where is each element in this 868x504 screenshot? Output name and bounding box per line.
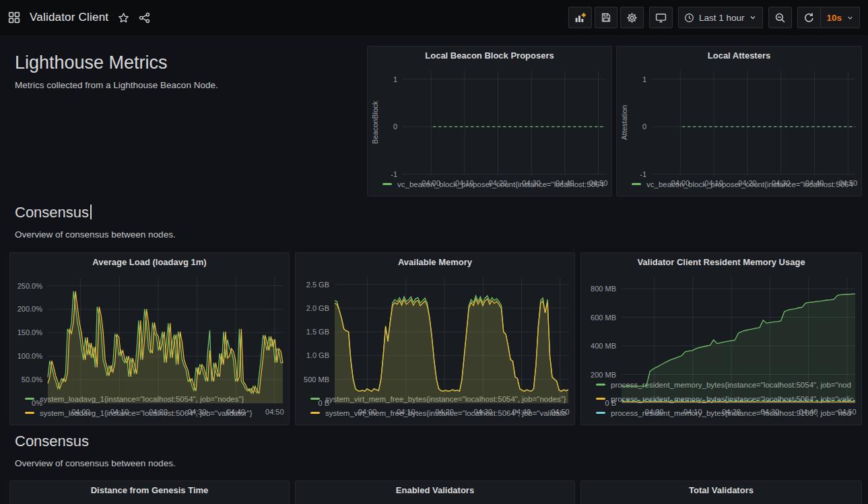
svg-text:0: 0 [642, 122, 646, 131]
svg-text:04:20: 04:20 [722, 408, 741, 416]
svg-text:04:10: 04:10 [455, 179, 474, 187]
svg-text:0: 0 [393, 122, 397, 131]
svg-text:04:20: 04:20 [489, 179, 508, 187]
refresh-interval-dropdown[interactable]: 10s [820, 7, 860, 28]
svg-text:400 MB: 400 MB [591, 342, 616, 350]
svg-text:04:00: 04:00 [422, 179, 440, 187]
svg-text:04:00: 04:00 [645, 408, 664, 416]
svg-text:04:50: 04:50 [265, 408, 284, 416]
chevron-down-icon [749, 13, 757, 22]
svg-text:200.0%: 200.0% [18, 305, 43, 313]
svg-text:04:00: 04:00 [671, 179, 690, 187]
settings-gear-button[interactable] [620, 7, 644, 28]
consensus-subtitle: Overview of consensus between nodes. [15, 458, 176, 468]
svg-text:04:20: 04:20 [738, 179, 757, 187]
tv-kiosk-button[interactable] [649, 7, 673, 28]
svg-text:04:20: 04:20 [149, 408, 168, 416]
svg-text:04:50: 04:50 [839, 179, 858, 187]
svg-text:250.0%: 250.0% [18, 282, 43, 290]
svg-text:04:40: 04:40 [799, 408, 818, 416]
svg-text:04:40: 04:40 [805, 179, 824, 187]
svg-text:04:10: 04:10 [110, 408, 129, 416]
time-series-chart[interactable]: 0 B500 MB1.0 GB1.5 GB2.0 GB2.5 GB04:0004… [296, 271, 574, 391]
svg-text:1.0 GB: 1.0 GB [306, 351, 329, 359]
svg-text:04:30: 04:30 [474, 408, 493, 416]
lighthouse-metrics-subtitle: Metrics collected from a Lighthouse Beac… [15, 80, 352, 90]
top-nav: Validator Client [0, 0, 868, 35]
svg-text:04:40: 04:40 [226, 408, 245, 416]
panel-title[interactable]: Available Memory [296, 253, 574, 271]
svg-text:04:10: 04:10 [683, 408, 702, 416]
consensus-heading: Consensus [15, 433, 89, 450]
time-series-chart[interactable]: 10-104:0004:1004:2004:3004:4004:50Attest… [617, 65, 861, 176]
text-cursor [90, 205, 92, 219]
refresh-interval-label: 10s [826, 13, 842, 23]
svg-text:2.0 GB: 2.0 GB [306, 304, 329, 312]
svg-text:04:30: 04:30 [761, 408, 780, 416]
svg-text:04:30: 04:30 [522, 179, 541, 187]
svg-text:04:00: 04:00 [358, 408, 377, 416]
svg-text:600 MB: 600 MB [591, 314, 616, 322]
panel-title[interactable]: Distance from Genesis Time [10, 481, 289, 499]
panel-average-load: Average Load (loadavg 1m) 0%50.0%100.0%1… [9, 252, 290, 425]
svg-text:1: 1 [642, 75, 646, 83]
svg-text:100.0%: 100.0% [18, 352, 43, 360]
panel-enabled-validators: Enabled Validators [295, 480, 575, 504]
svg-text:1.5 GB: 1.5 GB [306, 328, 329, 336]
panel-resident-memory-usage: Validator Client Resident Memory Usage 0… [580, 252, 862, 425]
star-icon[interactable] [118, 12, 129, 24]
panel-distance-from-genesis-time: Distance from Genesis Time [9, 480, 290, 504]
panel-title[interactable]: Average Load (loadavg 1m) [10, 253, 289, 271]
svg-text:150.0%: 150.0% [18, 328, 43, 336]
svg-text:04:50: 04:50 [551, 408, 570, 416]
svg-text:0 B: 0 B [318, 399, 329, 407]
consensus-section-1: Consensus Overview of consensus between … [15, 204, 176, 240]
lighthouse-metrics-text-panel: Lighthouse Metrics Metrics collected fro… [15, 52, 352, 90]
svg-text:BeaconBlock: BeaconBlock [371, 100, 379, 144]
add-panel-button[interactable] [568, 7, 592, 28]
time-series-chart[interactable]: 0%50.0%100.0%150.0%200.0%250.0%04:0004:1… [10, 271, 289, 391]
svg-text:04:40: 04:40 [512, 408, 531, 416]
consensus-subtitle: Overview of consensus between nodes. [15, 229, 176, 240]
panel-title[interactable]: Enabled Validators [296, 481, 574, 499]
svg-text:04:50: 04:50 [589, 179, 608, 187]
panel-local-attesters: Local Attesters 10-104:0004:1004:2004:30… [616, 46, 862, 196]
svg-text:0 B: 0 B [605, 399, 616, 407]
svg-text:04:00: 04:00 [71, 408, 90, 416]
svg-text:-1: -1 [391, 170, 397, 178]
consensus-section-2: Consensus Overview of consensus between … [15, 433, 176, 468]
svg-text:1: 1 [393, 75, 397, 83]
panel-title[interactable]: Validator Client Resident Memory Usage [581, 253, 861, 271]
panel-title[interactable]: Local Attesters [617, 46, 861, 65]
svg-text:Attestation: Attestation [620, 105, 628, 140]
save-dashboard-button[interactable] [595, 7, 617, 28]
svg-text:04:10: 04:10 [397, 408, 415, 416]
svg-text:04:30: 04:30 [772, 179, 791, 187]
consensus-heading: Consensus [15, 204, 89, 221]
time-range-label: Last 1 hour [699, 13, 745, 23]
panel-local-beacon-block-proposers: Local Beacon Block Proposers 10-104:0004… [367, 46, 612, 196]
share-icon[interactable] [139, 12, 150, 24]
chevron-down-icon [846, 14, 854, 22]
svg-text:04:20: 04:20 [435, 408, 454, 416]
time-series-chart[interactable]: 0 B200 MB400 MB600 MB800 MB04:0004:1004:… [581, 271, 861, 377]
svg-text:-1: -1 [640, 170, 646, 178]
svg-text:200 MB: 200 MB [591, 371, 616, 379]
panel-title[interactable]: Total Validators [581, 481, 861, 499]
panel-available-memory: Available Memory 0 B500 MB1.0 GB1.5 GB2.… [295, 252, 575, 425]
zoom-out-button[interactable] [768, 7, 792, 28]
svg-text:04:30: 04:30 [188, 408, 207, 416]
time-range-picker[interactable]: Last 1 hour [678, 7, 764, 28]
panel-title[interactable]: Local Beacon Block Proposers [368, 46, 611, 65]
svg-text:0%: 0% [32, 399, 42, 407]
svg-text:2.5 GB: 2.5 GB [306, 281, 329, 289]
svg-text:04:10: 04:10 [704, 179, 723, 187]
time-series-chart[interactable]: 10-104:0004:1004:2004:3004:4004:50Beacon… [368, 65, 611, 176]
apps-grid-icon[interactable] [8, 11, 20, 24]
svg-text:50.0%: 50.0% [22, 375, 42, 384]
svg-text:04:40: 04:40 [556, 179, 574, 187]
refresh-button[interactable] [797, 7, 820, 28]
svg-text:04:50: 04:50 [838, 408, 857, 416]
lighthouse-metrics-heading: Lighthouse Metrics [15, 52, 352, 73]
dashboard-title[interactable]: Validator Client [30, 11, 108, 24]
